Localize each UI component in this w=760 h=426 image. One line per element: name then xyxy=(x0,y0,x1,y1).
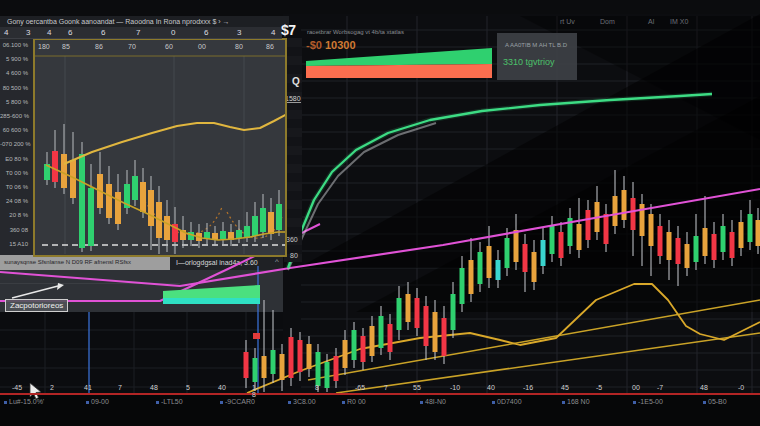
candle-body[interactable] xyxy=(244,352,249,378)
candle-body[interactable] xyxy=(442,318,447,356)
candle-body[interactable] xyxy=(658,226,663,256)
candle-body[interactable] xyxy=(496,260,501,280)
subheader-text: raoetbrar Worbsogag vt 4b/ta xtatlas xyxy=(307,29,404,35)
price-badge: $7 xyxy=(281,22,296,38)
inset-candlestick-chart[interactable] xyxy=(35,40,285,255)
candle-body[interactable] xyxy=(352,330,357,360)
candle-body[interactable] xyxy=(532,252,537,282)
candle-body[interactable] xyxy=(334,356,339,381)
collapse-caret-icon[interactable]: ^ xyxy=(275,257,279,266)
inset-candle-body[interactable] xyxy=(88,188,94,246)
candle-body[interactable] xyxy=(370,326,375,356)
x-axis-tick: -0 xyxy=(738,384,744,391)
candle-body[interactable] xyxy=(451,294,456,330)
chart-annotation-label[interactable]: Zacpotorioreos xyxy=(5,299,68,312)
candle-body[interactable] xyxy=(577,224,582,250)
candle-body[interactable] xyxy=(541,240,546,266)
candle-body[interactable] xyxy=(487,246,492,278)
candle-body[interactable] xyxy=(631,198,636,230)
candle-body[interactable] xyxy=(460,268,465,304)
candle-body[interactable] xyxy=(397,298,402,330)
inset-candle-body[interactable] xyxy=(140,182,146,212)
scale-q-label: Q xyxy=(292,76,300,87)
inset-candle-body[interactable] xyxy=(276,204,282,230)
x-axis-tick: 45 xyxy=(561,384,569,391)
menu-item-dom[interactable]: Dom xyxy=(600,18,615,25)
candle-body[interactable] xyxy=(505,238,510,268)
candle-body[interactable] xyxy=(388,324,393,352)
candle-body[interactable] xyxy=(586,210,591,240)
candle-body[interactable] xyxy=(613,196,618,226)
inset-candle-body[interactable] xyxy=(252,216,258,236)
menu-item-al[interactable]: Al xyxy=(648,18,654,25)
candle-body[interactable] xyxy=(361,336,366,362)
x-axis-tick: 5 xyxy=(186,384,190,391)
x-axis-tick: 7 xyxy=(384,384,388,391)
candle-body[interactable] xyxy=(478,252,483,284)
inset-candle-body[interactable] xyxy=(260,208,266,232)
candle-body[interactable] xyxy=(280,354,285,380)
inset-candle-body[interactable] xyxy=(244,226,250,238)
candle-body[interactable] xyxy=(712,234,717,260)
candle-body[interactable] xyxy=(343,340,348,368)
candle-body[interactable] xyxy=(694,236,699,262)
candle-body[interactable] xyxy=(756,220,760,246)
candle-body[interactable] xyxy=(721,226,726,252)
candle-body[interactable] xyxy=(289,337,294,378)
x-axis-tick: 40 xyxy=(487,384,495,391)
candle-body[interactable] xyxy=(622,190,627,220)
inset-axis-number: 00 xyxy=(198,43,206,50)
candle-body[interactable] xyxy=(703,228,708,256)
inset-candle-body[interactable] xyxy=(115,192,121,224)
inset-candle-body[interactable] xyxy=(61,154,67,188)
candle-body[interactable] xyxy=(379,316,384,348)
x-axis-tick: 00 xyxy=(632,384,640,391)
inset-candle-body[interactable] xyxy=(79,154,85,248)
candle-body[interactable] xyxy=(523,244,528,272)
candle-body[interactable] xyxy=(550,226,555,254)
inset-price-label: 4 600 % xyxy=(0,70,28,76)
inset-price-label: T0 06 % xyxy=(0,184,28,190)
inset-candle-body[interactable] xyxy=(148,190,154,226)
chart-bg-left xyxy=(0,312,283,394)
candle-body[interactable] xyxy=(514,230,519,262)
candle-body[interactable] xyxy=(298,340,303,372)
header-orange-bar xyxy=(306,64,492,78)
candle-body[interactable] xyxy=(649,214,654,246)
inset-candle-body[interactable] xyxy=(52,151,58,182)
candle-body[interactable] xyxy=(316,352,321,386)
candle-body[interactable] xyxy=(676,238,681,264)
x-axis-tick: -10 xyxy=(450,384,460,391)
info-panel[interactable]: A AA0TIB M AH TL B.D 3310 tgvtrioy xyxy=(497,33,577,80)
candle-body[interactable] xyxy=(424,306,429,346)
header-menu: rt UvDomAlIM X0 xyxy=(556,16,760,28)
candle-body[interactable] xyxy=(469,260,474,294)
candle-body[interactable] xyxy=(559,232,564,258)
menu-item-rtuv[interactable]: rt Uv xyxy=(560,18,575,25)
candle-body[interactable] xyxy=(262,356,267,378)
inset-chart-panel[interactable]: 18085867060008086 xyxy=(33,38,287,257)
candle-body[interactable] xyxy=(271,350,276,374)
header-number: 0 xyxy=(171,28,175,37)
candle-body[interactable] xyxy=(433,312,438,352)
inset-candle-body[interactable] xyxy=(236,230,242,238)
inset-candle-body[interactable] xyxy=(268,212,274,234)
candle-body[interactable] xyxy=(415,298,420,328)
candle-body[interactable] xyxy=(685,244,690,268)
candle-body[interactable] xyxy=(667,232,672,260)
candle-body[interactable] xyxy=(730,232,735,258)
inset-candle-body[interactable] xyxy=(220,231,226,239)
candle-body[interactable] xyxy=(406,294,411,322)
candle-body[interactable] xyxy=(748,214,753,242)
candle-body[interactable] xyxy=(307,344,312,369)
menu-item-imx0[interactable]: IM X0 xyxy=(670,18,688,25)
inset-candle-body[interactable] xyxy=(106,184,112,218)
candle-body[interactable] xyxy=(253,358,258,382)
candle-body[interactable] xyxy=(739,222,744,248)
candle-body[interactable] xyxy=(604,214,609,244)
candle-body[interactable] xyxy=(325,362,330,388)
inset-candle-body[interactable] xyxy=(164,216,170,240)
inset-candle-body[interactable] xyxy=(132,176,138,200)
x-axis-tick: 41 xyxy=(84,384,92,391)
inset-price-label: 5 800 % xyxy=(0,99,28,105)
